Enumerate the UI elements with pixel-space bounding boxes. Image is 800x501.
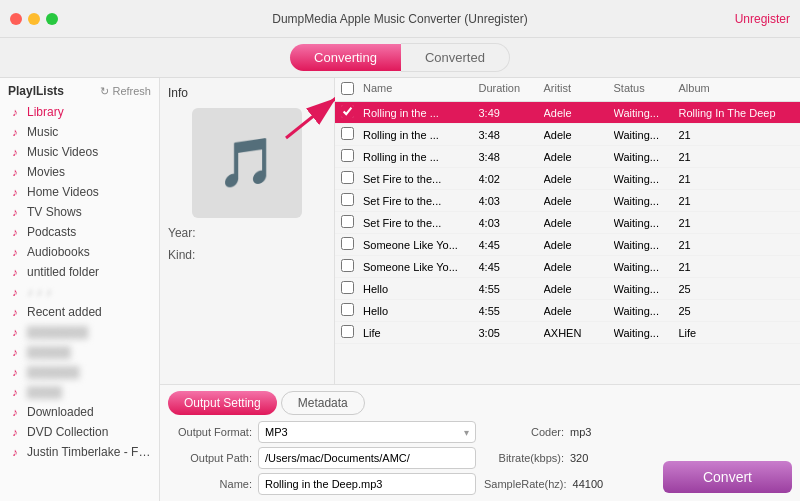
track-duration: 4:03 bbox=[479, 195, 544, 207]
sidebar-item-playlist1[interactable]: ♪ ▓▓▓▓▓▓▓ bbox=[0, 322, 159, 342]
track-checkbox-cell[interactable] bbox=[341, 215, 363, 230]
track-checkbox[interactable] bbox=[341, 149, 354, 162]
track-name: Life bbox=[363, 327, 479, 339]
sidebar-item-music-videos[interactable]: ♪ Music Videos bbox=[0, 142, 159, 162]
track-row[interactable]: Someone Like Yo... 4:45 Adele Waiting...… bbox=[335, 256, 800, 278]
sidebar-item-home-videos[interactable]: ♪ Home Videos bbox=[0, 182, 159, 202]
track-row[interactable]: Someone Like Yo... 4:45 Adele Waiting...… bbox=[335, 234, 800, 256]
sidebar-item-audiobooks[interactable]: ♪ Audiobooks bbox=[0, 242, 159, 262]
output-format-label: Output Format: bbox=[172, 426, 252, 438]
track-row[interactable]: Set Fire to the... 4:03 Adele Waiting...… bbox=[335, 190, 800, 212]
track-duration: 4:03 bbox=[479, 217, 544, 229]
track-album: 21 bbox=[679, 173, 795, 185]
track-checkbox-cell[interactable] bbox=[341, 281, 363, 296]
track-album: 21 bbox=[679, 129, 795, 141]
track-status: Waiting... bbox=[614, 239, 679, 251]
music-icon: ♪ bbox=[8, 146, 22, 158]
track-artist: Adele bbox=[544, 107, 614, 119]
tab-metadata[interactable]: Metadata bbox=[281, 391, 365, 415]
track-name: Rolling in the ... bbox=[363, 151, 479, 163]
track-row[interactable]: Rolling in the ... 3:48 Adele Waiting...… bbox=[335, 146, 800, 168]
track-checkbox-cell[interactable] bbox=[341, 303, 363, 318]
track-row[interactable]: Set Fire to the... 4:02 Adele Waiting...… bbox=[335, 168, 800, 190]
name-row: Name: bbox=[172, 473, 476, 495]
track-name: Someone Like Yo... bbox=[363, 239, 479, 251]
track-status: Waiting... bbox=[614, 151, 679, 163]
convert-button[interactable]: Convert bbox=[663, 461, 792, 493]
sidebar-item-playlist0[interactable]: ♪ ♪ ♪ ♪ bbox=[0, 282, 159, 302]
name-input[interactable] bbox=[258, 473, 476, 495]
track-row[interactable]: Rolling in the ... 3:48 Adele Waiting...… bbox=[335, 124, 800, 146]
col-album-header: Album bbox=[679, 82, 795, 97]
track-artist: Adele bbox=[544, 195, 614, 207]
track-status: Waiting... bbox=[614, 305, 679, 317]
bitrate-value: 320 bbox=[570, 452, 588, 464]
sidebar-item-dvd-collection[interactable]: ♪ DVD Collection bbox=[0, 422, 159, 442]
output-path-input[interactable] bbox=[258, 447, 476, 469]
track-checkbox-cell[interactable] bbox=[341, 237, 363, 252]
sidebar-item-tv-shows[interactable]: ♪ TV Shows bbox=[0, 202, 159, 222]
sidebar-item-label: Home Videos bbox=[27, 185, 151, 199]
track-checkbox-cell[interactable] bbox=[341, 171, 363, 186]
sidebar-item-library[interactable]: ♪ Library bbox=[0, 102, 159, 122]
track-status: Waiting... bbox=[614, 173, 679, 185]
tab-output-setting[interactable]: Output Setting bbox=[168, 391, 277, 415]
output-format-dropdown[interactable]: MP3 ▾ bbox=[258, 421, 476, 443]
track-checkbox[interactable] bbox=[341, 259, 354, 272]
titlebar: DumpMedia Apple Music Converter (Unregis… bbox=[0, 0, 800, 38]
sidebar-item-justin[interactable]: ♪ Justin Timberlake - FutureS bbox=[0, 442, 159, 462]
track-checkbox[interactable] bbox=[341, 215, 354, 228]
track-checkbox[interactable] bbox=[341, 325, 354, 338]
select-all-checkbox[interactable] bbox=[341, 82, 354, 95]
col-duration-header: Duration bbox=[479, 82, 544, 97]
sidebar-refresh-button[interactable]: ↻ Refresh bbox=[100, 85, 151, 98]
tab-converted[interactable]: Converted bbox=[401, 43, 510, 72]
track-name: Set Fire to the... bbox=[363, 217, 479, 229]
sidebar-item-podcasts[interactable]: ♪ Podcasts bbox=[0, 222, 159, 242]
sidebar-item-playlist3[interactable]: ♪ ▓▓▓▓▓▓ bbox=[0, 362, 159, 382]
main-tabbar: Converting Converted bbox=[0, 38, 800, 78]
sidebar-item-label: ▓▓▓▓ bbox=[27, 385, 151, 399]
sidebar-item-playlist2[interactable]: ♪ ▓▓▓▓▓ bbox=[0, 342, 159, 362]
track-row[interactable]: Life 3:05 AXHEN Waiting... Life bbox=[335, 322, 800, 344]
content-area: Info 🎵 Ye bbox=[160, 78, 800, 501]
sidebar-item-label: Movies bbox=[27, 165, 151, 179]
track-name: Set Fire to the... bbox=[363, 195, 479, 207]
convert-button-area: Convert bbox=[663, 461, 792, 493]
track-checkbox[interactable] bbox=[341, 171, 354, 184]
music-icon: ♪ bbox=[8, 286, 22, 298]
track-checkbox-cell[interactable] bbox=[341, 149, 363, 164]
close-button[interactable] bbox=[10, 13, 22, 25]
track-duration: 4:02 bbox=[479, 173, 544, 185]
maximize-button[interactable] bbox=[46, 13, 58, 25]
track-status: Waiting... bbox=[614, 261, 679, 273]
track-checkbox-cell[interactable] bbox=[341, 259, 363, 274]
track-checkbox-cell[interactable] bbox=[341, 193, 363, 208]
track-artist: Adele bbox=[544, 261, 614, 273]
sidebar-item-movies[interactable]: ♪ Movies bbox=[0, 162, 159, 182]
minimize-button[interactable] bbox=[28, 13, 40, 25]
unregister-link[interactable]: Unregister bbox=[735, 12, 790, 26]
sidebar-item-recent-added[interactable]: ♪ Recent added bbox=[0, 302, 159, 322]
sidebar-item-music[interactable]: ♪ Music bbox=[0, 122, 159, 142]
track-row[interactable]: Hello 4:55 Adele Waiting... 25 bbox=[335, 278, 800, 300]
music-icon: ♪ bbox=[8, 106, 22, 118]
track-checkbox[interactable] bbox=[341, 303, 354, 316]
sidebar-item-label: Music Videos bbox=[27, 145, 151, 159]
track-row[interactable]: Hello 4:55 Adele Waiting... 25 bbox=[335, 300, 800, 322]
track-album: 21 bbox=[679, 239, 795, 251]
sidebar-item-playlist4[interactable]: ♪ ▓▓▓▓ bbox=[0, 382, 159, 402]
track-checkbox[interactable] bbox=[341, 281, 354, 294]
track-duration: 3:48 bbox=[479, 129, 544, 141]
track-checkbox-cell[interactable] bbox=[341, 325, 363, 340]
tab-converting[interactable]: Converting bbox=[290, 44, 401, 71]
track-row[interactable]: Rolling in the ... 3:49 Adele Waiting...… bbox=[335, 102, 800, 124]
sidebar-item-downloaded[interactable]: ♪ Downloaded bbox=[0, 402, 159, 422]
sidebar-item-untitled-folder[interactable]: ♪ untitled folder bbox=[0, 262, 159, 282]
samplerate-value: 44100 bbox=[573, 478, 604, 490]
track-status: Waiting... bbox=[614, 129, 679, 141]
track-checkbox[interactable] bbox=[341, 193, 354, 206]
sidebar-item-label: DVD Collection bbox=[27, 425, 151, 439]
track-checkbox[interactable] bbox=[341, 237, 354, 250]
track-row[interactable]: Set Fire to the... 4:03 Adele Waiting...… bbox=[335, 212, 800, 234]
